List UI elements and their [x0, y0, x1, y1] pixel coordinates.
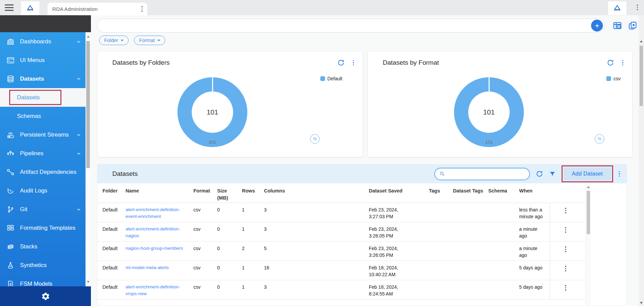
cell-folder: Default — [102, 261, 126, 280]
column-header-dataset-tags[interactable]: Dataset Tags — [453, 183, 488, 203]
sidebar-scrollbar[interactable] — [86, 32, 91, 306]
sidebar-subitem-schemas[interactable]: Schemas — [0, 107, 86, 125]
add-button[interactable] — [591, 20, 603, 32]
folder-filter-chip[interactable]: Folder — [99, 36, 129, 45]
column-header-rows[interactable]: Rows — [242, 183, 264, 203]
sidebar-item-label: Dashboards — [20, 38, 51, 45]
sidebar-item-git[interactable]: Git — [0, 200, 86, 219]
sidebar-item-synthetics[interactable]: Synthetics — [0, 256, 86, 274]
column-header-format[interactable]: Format — [193, 183, 217, 203]
cell-schema — [488, 261, 519, 280]
legend-label: Default — [327, 76, 342, 81]
cell-size-mb: 0 — [217, 261, 242, 280]
card-kebab-icon[interactable] — [353, 60, 354, 66]
table-search-box[interactable] — [434, 168, 530, 180]
database-icon — [6, 75, 15, 83]
cell-rows: 1 — [242, 280, 264, 299]
sidebar-item-audit-logs[interactable]: Audit Logs — [0, 181, 86, 200]
pages-copy-icon[interactable] — [628, 21, 637, 30]
scrollbar-thumb[interactable] — [640, 46, 643, 106]
cell-dataset-tags — [453, 280, 488, 299]
tab-kebab-icon[interactable] — [141, 6, 143, 12]
sidebar-item-label: Audit Logs — [20, 187, 47, 194]
row-kebab-icon[interactable] — [565, 246, 566, 261]
cell-dataset-tags — [453, 222, 488, 241]
global-search-bar[interactable] — [97, 19, 605, 33]
scrollbar-thumb[interactable] — [86, 41, 90, 168]
cell-dataset-saved: Feb 23, 2024, 3:26:05 PM — [369, 242, 429, 261]
logo-text: AOTS — [27, 9, 34, 11]
datasets-by-format-card: Datasets by Format csv 101 101 % — [367, 51, 632, 157]
column-header-name[interactable]: Name — [126, 183, 193, 203]
dataset-name-link[interactable]: alert-enrichment-definition-event-enrich… — [126, 207, 180, 219]
sidebar-item-formatting-templates[interactable]: Formatting Templates — [0, 219, 86, 237]
cell-actions — [550, 280, 585, 299]
browser-topbar: AOTS RDA Administration AOTS — [0, 0, 644, 15]
card-kebab-icon[interactable] — [622, 60, 624, 66]
column-header-size[interactable]: Size (MB) — [217, 183, 242, 203]
column-header-when[interactable]: When — [519, 183, 550, 203]
sidebar-item-ui-menus[interactable]: UI Menus — [0, 51, 86, 69]
scroll-up-arrow-icon[interactable] — [640, 40, 643, 42]
dataset-name-link[interactable]: nagios-host-group-members — [126, 246, 183, 251]
browser-tab[interactable]: RDA Administration — [48, 3, 147, 15]
cell-dataset-tags — [453, 203, 488, 222]
cell-tags — [429, 242, 453, 261]
topbar-kebab-icon[interactable] — [637, 4, 638, 10]
report-schedule-icon[interactable] — [613, 21, 622, 30]
refresh-icon[interactable] — [337, 59, 345, 66]
scroll-down-arrow-icon[interactable] — [87, 281, 90, 283]
legend-swatch — [606, 76, 611, 81]
sidebar-item-dashboards[interactable]: Dashboards — [0, 32, 86, 51]
column-header-tags[interactable]: Tags — [429, 183, 453, 203]
scrollbar-thumb[interactable] — [587, 191, 590, 234]
sidebar-item-datasets[interactable]: Datasets — [0, 69, 86, 88]
sidebar-item-stacks[interactable]: Stacks — [0, 237, 86, 256]
row-kebab-icon[interactable] — [565, 266, 566, 280]
column-header-schema[interactable]: Schema — [488, 183, 519, 203]
dataset-name-link[interactable]: alert-enrichment-definition-nagios — [126, 226, 180, 238]
cell-actions — [550, 222, 585, 241]
cell-name: alert-enrichment-definition-nagios — [126, 222, 193, 241]
sidebar-item-persistent-streams[interactable]: Persistent Streams — [0, 125, 86, 144]
table-search-input[interactable] — [448, 171, 525, 177]
column-header-columns[interactable]: Columns — [264, 183, 369, 203]
sidebar-item-artifact-dependencies[interactable]: Artifact Dependencies — [0, 163, 86, 181]
settings-gear-icon[interactable] — [41, 292, 50, 301]
cell-columns: 16 — [264, 261, 369, 280]
add-dataset-button[interactable]: Add Dataset — [564, 167, 611, 180]
search-icon — [439, 171, 445, 177]
hamburger-menu-icon[interactable] — [5, 4, 14, 11]
dataset-name-link[interactable]: alert-enrichment-definition-vrops-new — [126, 284, 180, 296]
git-branch-icon — [6, 205, 15, 213]
row-kebab-icon[interactable] — [565, 227, 566, 241]
column-header-folder[interactable]: Folder — [102, 183, 126, 203]
format-filter-chip[interactable]: Format — [134, 36, 165, 45]
sidebar-item-pipelines[interactable]: Pipelines — [0, 144, 86, 163]
sidebar-nav: Dashboards UI Menus Da — [0, 32, 86, 306]
scroll-up-arrow-icon[interactable] — [587, 186, 590, 188]
percent-toggle-button[interactable]: % — [310, 134, 320, 144]
slice-divider — [489, 77, 490, 92]
column-header-dataset-saved[interactable]: Dataset Saved — [369, 183, 429, 203]
sidebar-subitem-datasets[interactable]: Datasets — [0, 88, 86, 107]
table-kebab-icon[interactable] — [619, 171, 620, 177]
refresh-icon[interactable] — [536, 170, 543, 178]
refresh-icon[interactable] — [607, 59, 614, 66]
cell-actions — [550, 242, 585, 261]
cell-columns: 3 — [264, 280, 369, 299]
page-scrollbar[interactable] — [639, 15, 644, 306]
percent-toggle-button[interactable]: % — [595, 134, 604, 144]
column-header-actions — [550, 183, 585, 203]
caret-down-icon — [157, 40, 160, 41]
cell-schema — [488, 222, 519, 241]
table-row: Default alert-enrichment-definition-vrop… — [97, 280, 585, 300]
global-search-input[interactable] — [103, 19, 591, 32]
row-kebab-icon[interactable] — [565, 208, 566, 222]
dataset-name-link[interactable]: ml-model-meta-alerts — [126, 265, 169, 270]
scroll-down-arrow-icon[interactable] — [640, 302, 643, 304]
filter-funnel-icon[interactable] — [549, 170, 556, 177]
scroll-up-arrow-icon[interactable] — [87, 36, 90, 38]
row-kebab-icon[interactable] — [565, 285, 566, 299]
table-scrollbar[interactable] — [585, 183, 591, 306]
